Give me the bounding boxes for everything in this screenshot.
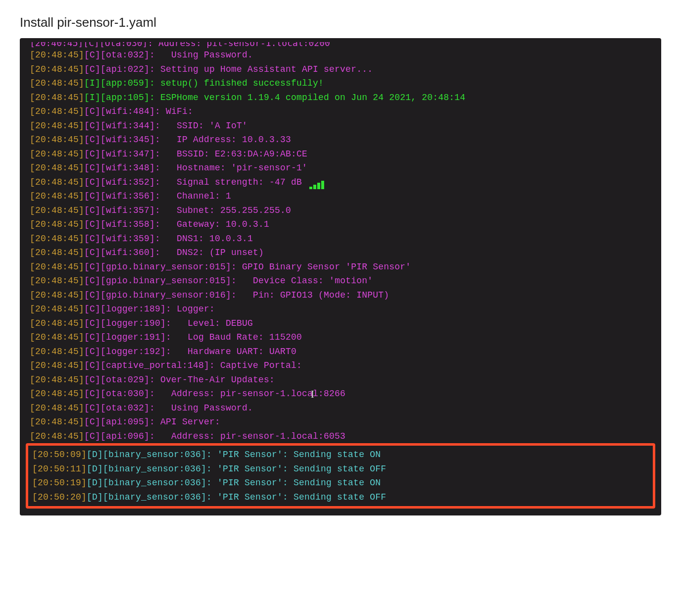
log-message: Using Password. (155, 50, 253, 60)
timestamp: [20:48:45] (30, 135, 84, 145)
timestamp: [20:48:45] (30, 121, 84, 131)
log-message: WiFi: (160, 106, 193, 116)
log-message: Logger: (171, 304, 215, 314)
log-message: Setting up Home Assistant API server... (155, 64, 373, 74)
log-message: Pin: GPIO13 (Mode: INPUT) (237, 290, 389, 300)
log-line: [20:48:45][C][wifi:484]: WiFi: (20, 104, 661, 119)
log-message: Log Baud Rate: 115200 (171, 332, 302, 342)
timestamp: [20:48:45] (30, 290, 84, 300)
log-line: [20:48:45][C][api:096]: Address: pir-sen… (20, 429, 661, 444)
timestamp: [20:48:45] (30, 93, 84, 103)
log-message: DNS1: 10.0.3.1 (160, 234, 253, 244)
terminal-output[interactable]: [20:40:45][C][Ota:030]: Address: pit-sen… (20, 38, 661, 515)
truncated-line: [20:40:45][C][Ota:030]: Address: pit-sen… (20, 42, 661, 48)
timestamp: [20:48:45] (30, 191, 84, 201)
log-tag: [D][binary_sensor:036]: (87, 464, 212, 474)
timestamp: [20:48:45] (30, 219, 84, 229)
log-message: Channel: 1 (160, 191, 231, 201)
log-line: [20:48:45][C][ota:029]: Over-The-Air Upd… (20, 373, 661, 387)
timestamp: [20:48:45] (30, 50, 84, 60)
log-tag: [C][wifi:359]: (84, 234, 160, 244)
log-line: [20:48:45][C][gpio.binary_sensor:015]: G… (20, 260, 661, 274)
log-tag: [C][gpio.binary_sensor:015]: (84, 262, 237, 272)
timestamp: [20:48:45] (30, 234, 84, 244)
log-tag: [C][ota:032]: (84, 403, 155, 413)
log-message: Using Password. (155, 403, 253, 413)
log-tag: [D][binary_sensor:036]: (87, 478, 212, 488)
timestamp: [20:48:45] (30, 417, 84, 427)
log-message: IP Address: 10.0.3.33 (160, 135, 291, 145)
log-line: [20:48:45][C][logger:192]: Hardware UART… (20, 345, 661, 359)
timestamp: [20:48:45] (30, 205, 84, 215)
log-tag: [I][app:059]: (84, 78, 155, 88)
log-tag: [D][binary_sensor:036]: (87, 492, 212, 502)
log-tag: [C][logger:189]: (84, 304, 171, 314)
log-line: [20:48:45][C][wifi:360]: DNS2: (IP unset… (20, 246, 661, 260)
timestamp: [20:48:45] (30, 318, 84, 328)
log-message: ESPHome version 1.19.4 compiled on Jun 2… (155, 93, 465, 103)
log-tag: [C][api:096]: (84, 431, 155, 441)
log-tag: [C][logger:192]: (84, 347, 171, 357)
log-tag: [C][logger:190]: (84, 318, 171, 328)
log-tag: [C][api:022]: (84, 64, 155, 74)
log-message: Hostname: 'pir-sensor-1' (160, 163, 307, 173)
log-message: Level: DEBUG (171, 318, 253, 328)
timestamp: [20:48:45] (30, 163, 84, 173)
timestamp: [20:48:45] (30, 304, 84, 314)
log-line: [20:48:45][C][wifi:356]: Channel: 1 (20, 189, 661, 204)
log-line: [20:48:45][C][logger:191]: Log Baud Rate… (20, 330, 661, 345)
timestamp: [20:48:45] (30, 64, 84, 74)
timestamp: [20:48:45] (30, 431, 84, 441)
log-line: [20:48:45][C][wifi:347]: BSSID: E2:63:DA… (20, 147, 661, 161)
timestamp: [20:48:45] (30, 347, 84, 357)
log-message: SSID: 'A IoT' (160, 121, 247, 131)
timestamp: [20:48:45] (30, 389, 84, 399)
log-message: 'PIR Sensor': Sending state OFF (212, 492, 386, 502)
log-tag: [C][wifi:484]: (84, 106, 160, 116)
log-line: [20:48:45][C][ota:032]: Using Password. (20, 401, 661, 415)
log-line: [20:48:45][I][app:059]: setup() finished… (20, 76, 661, 91)
timestamp: [20:50:19] (32, 478, 87, 488)
log-line: [20:48:45][C][wifi:359]: DNS1: 10.0.3.1 (20, 232, 661, 246)
timestamp: [20:48:45] (30, 276, 84, 286)
log-line: [20:48:45][C][wifi:358]: Gateway: 10.0.3… (20, 217, 661, 232)
log-line: [20:48:45][C][api:095]: API Server: (20, 415, 661, 429)
highlighted-lines: [20:50:09][D][binary_sensor:036]: 'PIR S… (28, 448, 653, 504)
timestamp: [20:48:45] (30, 375, 84, 385)
dialog-title: Install pir-sensor-1.yaml (20, 15, 661, 30)
log-line: [20:48:45][C][captive_portal:148]: Capti… (20, 359, 661, 373)
log-message: 'PIR Sensor': Sending state OFF (212, 464, 386, 474)
log-message: DNS2: (IP unset) (160, 248, 264, 257)
timestamp: [20:48:45] (30, 403, 84, 413)
log-line: [20:48:45][C][wifi:348]: Hostname: 'pir-… (20, 161, 661, 175)
log-line: [20:48:45][C][wifi:345]: IP Address: 10.… (20, 133, 661, 147)
log-line: [20:48:45][C][gpio.binary_sensor:015]: D… (20, 274, 661, 288)
log-message: Gateway: 10.0.3.1 (160, 219, 269, 229)
timestamp: [20:50:11] (32, 464, 87, 474)
log-line: [20:48:45][C][api:022]: Setting up Home … (20, 62, 661, 77)
log-lines: [20:48:45][C][ota:032]: Using Password.[… (20, 48, 661, 443)
log-tag: [C][captive_portal:148]: (84, 360, 215, 370)
log-line: [20:48:45][C][logger:189]: Logger: (20, 302, 661, 316)
log-tag: [C][ota:030]: (84, 389, 155, 399)
log-line: [20:48:45][C][gpio.binary_sensor:016]: P… (20, 288, 661, 303)
signal-strength-icon (309, 175, 325, 190)
log-tag: [C][wifi:347]: (84, 149, 160, 159)
log-tag: [C][ota:032]: (84, 50, 155, 60)
log-tag: [C][wifi:358]: (84, 219, 160, 229)
log-line: [20:48:45][C][wifi:357]: Subnet: 255.255… (20, 204, 661, 218)
log-line: [20:48:45][C][logger:190]: Level: DEBUG (20, 316, 661, 331)
log-line: [20:50:20][D][binary_sensor:036]: 'PIR S… (28, 490, 653, 505)
log-line: [20:48:45][C][ota:032]: Using Password. (20, 48, 661, 62)
timestamp: [20:48:45] (30, 177, 84, 187)
log-line: [20:48:45][C][wifi:352]: Signal strength… (20, 175, 661, 190)
log-tag: [C][wifi:352]: (84, 177, 160, 187)
log-tag: [C][wifi:360]: (84, 248, 160, 257)
timestamp: [20:48:45] (30, 262, 84, 272)
log-line: [20:48:45][C][ota:030]: Address: pir-sen… (20, 387, 661, 401)
log-tag: [D][binary_sensor:036]: (87, 450, 212, 460)
log-line: [20:48:45][C][wifi:344]: SSID: 'A IoT' (20, 119, 661, 133)
log-message: API Server: (155, 417, 220, 427)
log-message: GPIO Binary Sensor 'PIR Sensor' (237, 262, 411, 272)
log-message: 'PIR Sensor': Sending state ON (212, 450, 381, 460)
